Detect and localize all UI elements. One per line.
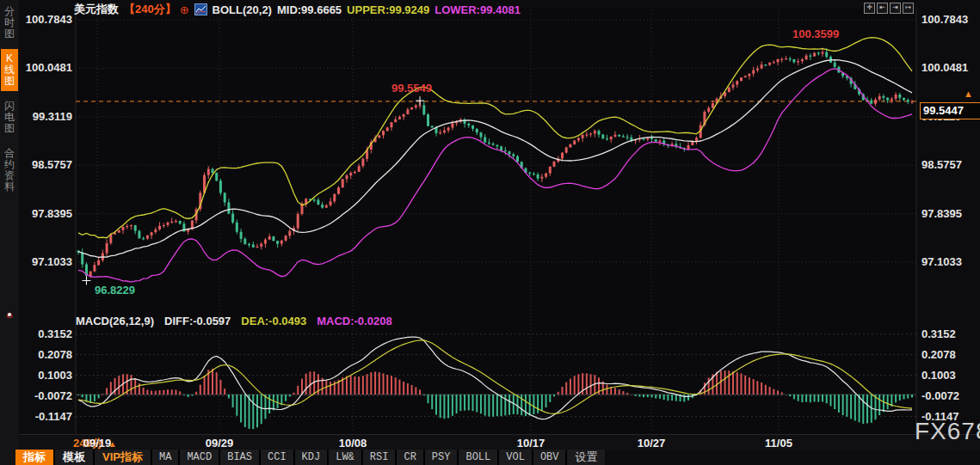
add-to-watchlist-icon[interactable]: ⊕ — [180, 3, 189, 16]
left-sidebar: 分时图K线图闪电图合约资料 — [0, 0, 19, 465]
symbol-name: 美元指数 — [74, 2, 119, 17]
macd-axis-label-left-0: 0.3152 — [24, 327, 72, 340]
boll-upper-value: UPPER:99.9249 — [347, 3, 429, 16]
date-axis-band — [0, 434, 980, 450]
toolbar-item-VOL[interactable]: VOL — [499, 450, 532, 465]
chart-canvas[interactable] — [0, 0, 980, 465]
date-label-10/08: 10/08 — [325, 437, 380, 450]
price-axis-label-left-2: 99.3119 — [24, 110, 72, 123]
date-label-10/17: 10/17 — [503, 437, 558, 450]
toolbar-item-模板[interactable]: 模板 — [55, 450, 93, 465]
alert-icon[interactable]: ☼ — [3, 308, 16, 321]
indicator-toolbar: 指标模板VIP指标MAMACDBIASCCIKDJLW&RSICRPSYBOLL… — [15, 450, 605, 465]
price-axis-label-right-3: 98.5757 — [921, 158, 962, 171]
macd-header: MACD(26,12,9) DIFF:-0.0597 DEA:-0.0493 M… — [76, 315, 392, 327]
window-control-buttons: ✛⇤⇥↦ — [864, 3, 914, 14]
price-axis-label-right-4: 97.8395 — [921, 207, 962, 220]
low-price-annotation: 96.8229 — [95, 284, 135, 297]
macd-axis-label-right-0: 0.3152 — [921, 327, 956, 340]
price-axis-label-left-4: 97.8395 — [24, 207, 72, 220]
toolbar-item-CCI[interactable]: CCI — [261, 450, 293, 465]
high-price-annotation: 100.3599 — [792, 28, 839, 40]
boll-mid-value: MID:99.6665 — [277, 3, 342, 16]
price-axis-label-right-5: 97.1033 — [921, 255, 962, 268]
macd-axis-label-left-4: -0.1147 — [24, 410, 72, 423]
macd-axis-label-right-3: -0.0072 — [921, 389, 959, 402]
peak-price-annotation: 99.5549 — [391, 82, 432, 95]
macd-axis-label-left-1: 0.2078 — [24, 348, 72, 361]
toolbar-item-PSY[interactable]: PSY — [425, 450, 458, 465]
date-label-11/05: 11/05 — [751, 437, 806, 450]
sidebar-item-0[interactable]: 分时图 — [1, 2, 18, 44]
price-axis-label-left-0: 100.7843 — [24, 13, 72, 26]
toolbar-item-BOLL[interactable]: BOLL — [459, 450, 497, 465]
macd-axis-label-left-3: -0.0072 — [24, 389, 72, 402]
macd-axis-label-right-2: 0.1003 — [921, 369, 956, 382]
price-axis-label-left-1: 100.0481 — [24, 61, 72, 74]
boll-lower-value: LOWER:99.4081 — [435, 3, 521, 16]
toolbar-item-指标[interactable]: 指标 — [15, 450, 53, 465]
current-price-box: 99.5447 — [920, 102, 980, 119]
toolbar-item-KDJ[interactable]: KDJ — [295, 450, 328, 465]
window-control-icon-3[interactable]: ↦ — [903, 3, 914, 14]
price-axis-label-left-3: 98.5757 — [24, 158, 72, 171]
macd-axis-label-right-1: 0.2078 — [921, 348, 956, 361]
indicator-name: BOLL(20,2) — [213, 3, 272, 16]
period-label: 【240分】 — [124, 2, 176, 17]
window-control-icon-0[interactable]: ✛ — [864, 3, 875, 14]
price-axis-label-right-0: 100.7843 — [921, 13, 968, 26]
toolbar-item-LW&[interactable]: LW& — [329, 450, 361, 465]
macd-diff-value: DIFF:-0.0597 — [164, 315, 231, 327]
sidebar-item-3[interactable]: 合约资料 — [1, 144, 18, 197]
mini-chart-icon — [194, 3, 207, 15]
macd-axis-label-left-2: 0.1003 — [24, 369, 72, 382]
toolbar-item-OBV[interactable]: OBV — [533, 450, 566, 465]
window-control-icon-1[interactable]: ⇤ — [877, 3, 888, 14]
toolbar-item-BIAS[interactable]: BIAS — [220, 450, 259, 465]
date-label-10/27: 10/27 — [624, 437, 679, 450]
toolbar-item-VIP指标[interactable]: VIP指标 — [95, 450, 151, 465]
price-axis-label-right-1: 100.0481 — [921, 61, 968, 74]
toolbar-item-设置[interactable]: 设置 — [567, 450, 605, 465]
price-marker-arrow: ▲ — [964, 89, 973, 99]
date-label-09/19: 09/19 — [70, 437, 125, 450]
price-axis-label-left-5: 97.1033 — [24, 255, 72, 268]
toolbar-item-RSI[interactable]: RSI — [363, 450, 396, 465]
macd-dea-value: DEA:-0.0493 — [241, 315, 306, 327]
date-label-09/29: 09/29 — [192, 437, 247, 450]
sidebar-item-2[interactable]: 闪电图 — [1, 96, 18, 138]
sidebar-item-1[interactable]: K线图 — [1, 49, 18, 91]
macd-macd-value: MACD:-0.0208 — [317, 315, 391, 327]
toolbar-item-MACD[interactable]: MACD — [180, 450, 219, 465]
window-control-icon-2[interactable]: ⇥ — [890, 3, 901, 14]
toolbar-item-MA[interactable]: MA — [152, 450, 178, 465]
watermark: FX678 — [915, 418, 980, 445]
macd-title: MACD(26,12,9) — [76, 315, 154, 327]
chart-header: 美元指数 【240分】 ⊕ BOLL(20,2) MID:99.6665 UPP… — [74, 3, 521, 16]
toolbar-item-CR[interactable]: CR — [397, 450, 422, 465]
